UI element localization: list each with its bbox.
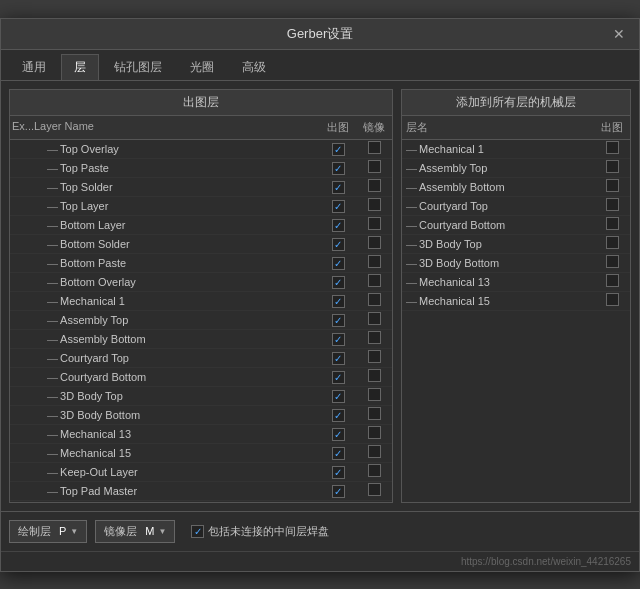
right-output-checkbox-cell[interactable]: [594, 255, 630, 271]
mirror-checkbox-cell[interactable]: [356, 179, 392, 195]
close-button[interactable]: ✕: [609, 27, 629, 41]
mirror-checkbox-cell[interactable]: [356, 483, 392, 499]
mirror-checkbox-cell[interactable]: [356, 350, 392, 366]
output-checkbox-cell[interactable]: [320, 332, 356, 346]
mirror-checkbox-cell[interactable]: [356, 236, 392, 252]
mirror-checkbox[interactable]: [368, 141, 381, 154]
output-checkbox-cell[interactable]: [320, 237, 356, 251]
right-output-checkbox[interactable]: [606, 198, 619, 211]
mirror-checkbox-cell[interactable]: [356, 274, 392, 290]
right-output-checkbox-cell[interactable]: [594, 293, 630, 309]
output-checkbox[interactable]: [332, 257, 345, 270]
output-checkbox[interactable]: [332, 238, 345, 251]
mirror-checkbox-cell[interactable]: [356, 388, 392, 404]
mirror-checkbox[interactable]: [368, 350, 381, 363]
output-checkbox[interactable]: [332, 181, 345, 194]
mirror-checkbox-cell[interactable]: [356, 293, 392, 309]
output-checkbox-cell[interactable]: [320, 142, 356, 156]
output-checkbox-cell[interactable]: [320, 427, 356, 441]
mirror-checkbox[interactable]: [368, 388, 381, 401]
right-output-checkbox[interactable]: [606, 255, 619, 268]
mirror-checkbox[interactable]: [368, 255, 381, 268]
tab-aperture[interactable]: 光圈: [177, 54, 227, 80]
output-checkbox[interactable]: [332, 143, 345, 156]
output-checkbox[interactable]: [332, 428, 345, 441]
mirror-checkbox-cell[interactable]: [356, 198, 392, 214]
mirror-checkbox-cell[interactable]: [356, 464, 392, 480]
mirror-checkbox[interactable]: [368, 293, 381, 306]
mirror-checkbox-cell[interactable]: [356, 312, 392, 328]
tab-advanced[interactable]: 高级: [229, 54, 279, 80]
output-checkbox-cell[interactable]: [320, 313, 356, 327]
output-checkbox-cell[interactable]: [320, 465, 356, 479]
output-checkbox-cell[interactable]: [320, 180, 356, 194]
mirror-checkbox-cell[interactable]: [356, 217, 392, 233]
output-checkbox[interactable]: [332, 466, 345, 479]
output-checkbox[interactable]: [332, 390, 345, 403]
output-checkbox-cell[interactable]: [320, 256, 356, 270]
mirror-checkbox-cell[interactable]: [356, 141, 392, 157]
output-checkbox-cell[interactable]: [320, 351, 356, 365]
mirror-checkbox-cell[interactable]: [356, 160, 392, 176]
output-checkbox-cell[interactable]: [320, 294, 356, 308]
right-output-checkbox-cell[interactable]: [594, 198, 630, 214]
draw-layer-dropdown[interactable]: 绘制层 P ▼: [9, 520, 87, 543]
mirror-checkbox[interactable]: [368, 236, 381, 249]
right-output-checkbox[interactable]: [606, 293, 619, 306]
mirror-checkbox[interactable]: [368, 369, 381, 382]
right-output-checkbox[interactable]: [606, 141, 619, 154]
output-checkbox[interactable]: [332, 371, 345, 384]
tab-general[interactable]: 通用: [9, 54, 59, 80]
mirror-checkbox[interactable]: [368, 312, 381, 325]
output-checkbox-cell[interactable]: [320, 275, 356, 289]
output-checkbox-cell[interactable]: [320, 370, 356, 384]
mirror-checkbox-cell[interactable]: [356, 407, 392, 423]
left-table-body[interactable]: —Top Overlay —Top Paste —Top Solder: [10, 140, 392, 502]
output-checkbox[interactable]: [332, 352, 345, 365]
mirror-checkbox-cell[interactable]: [356, 331, 392, 347]
right-output-checkbox-cell[interactable]: [594, 179, 630, 195]
tab-drill[interactable]: 钻孔图层: [101, 54, 175, 80]
mirror-checkbox[interactable]: [368, 426, 381, 439]
mirror-checkbox-cell[interactable]: [356, 445, 392, 461]
right-output-checkbox[interactable]: [606, 274, 619, 287]
output-checkbox[interactable]: [332, 333, 345, 346]
tab-layers[interactable]: 层: [61, 54, 99, 80]
right-output-checkbox-cell[interactable]: [594, 236, 630, 252]
output-checkbox[interactable]: [332, 314, 345, 327]
right-output-checkbox[interactable]: [606, 179, 619, 192]
mirror-checkbox[interactable]: [368, 274, 381, 287]
mirror-checkbox-cell[interactable]: [356, 426, 392, 442]
mirror-checkbox[interactable]: [368, 407, 381, 420]
output-checkbox[interactable]: [332, 219, 345, 232]
output-checkbox[interactable]: [332, 409, 345, 422]
right-output-checkbox[interactable]: [606, 236, 619, 249]
mirror-checkbox[interactable]: [368, 179, 381, 192]
output-checkbox-cell[interactable]: [320, 218, 356, 232]
output-checkbox-cell[interactable]: [320, 408, 356, 422]
right-output-checkbox-cell[interactable]: [594, 160, 630, 176]
right-output-checkbox[interactable]: [606, 160, 619, 173]
output-checkbox-cell[interactable]: [320, 161, 356, 175]
right-output-checkbox[interactable]: [606, 217, 619, 230]
output-checkbox[interactable]: [332, 485, 345, 498]
right-output-checkbox-cell[interactable]: [594, 274, 630, 290]
output-checkbox-cell[interactable]: [320, 484, 356, 498]
output-checkbox-cell[interactable]: [320, 199, 356, 213]
mirror-checkbox[interactable]: [368, 445, 381, 458]
mirror-checkbox[interactable]: [368, 331, 381, 344]
right-table-body[interactable]: —Mechanical 1 —Assembly Top —Assembly Bo…: [402, 140, 630, 502]
mirror-checkbox[interactable]: [368, 217, 381, 230]
output-checkbox-cell[interactable]: [320, 389, 356, 403]
mirror-checkbox[interactable]: [368, 464, 381, 477]
output-checkbox[interactable]: [332, 276, 345, 289]
mirror-checkbox[interactable]: [368, 160, 381, 173]
right-output-checkbox-cell[interactable]: [594, 217, 630, 233]
mirror-checkbox[interactable]: [368, 483, 381, 496]
output-checkbox[interactable]: [332, 200, 345, 213]
output-checkbox[interactable]: [332, 447, 345, 460]
include-checkbox[interactable]: [191, 525, 204, 538]
output-checkbox[interactable]: [332, 162, 345, 175]
output-checkbox-cell[interactable]: [320, 446, 356, 460]
mirror-layer-dropdown[interactable]: 镜像层 M ▼: [95, 520, 175, 543]
